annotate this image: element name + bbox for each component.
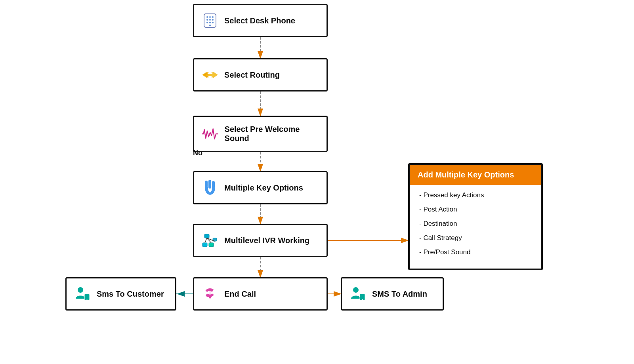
svg-line-40 <box>205 238 207 243</box>
end-call-icon <box>202 286 218 301</box>
pre-welcome-label: Select Pre Welcome Sound <box>225 125 319 143</box>
node-multi-key[interactable]: Multiple Key Options <box>193 171 328 204</box>
multi-key-label: Multiple Key Options <box>224 183 303 192</box>
node-desk-phone[interactable]: Select Desk Phone <box>193 4 328 37</box>
node-pre-welcome[interactable]: Select Pre Welcome Sound <box>193 116 328 152</box>
svg-point-27 <box>209 22 211 23</box>
svg-rect-33 <box>205 181 208 188</box>
svg-rect-34 <box>208 180 211 189</box>
info-item-5: - Pre/Post Sound <box>419 248 532 256</box>
info-item-1: - Pressed key Actions <box>419 191 532 199</box>
info-card: Add Multiple Key Options - Pressed key A… <box>408 163 543 270</box>
svg-rect-37 <box>202 243 207 247</box>
info-item-2: - Post Action <box>419 206 532 213</box>
node-end-call[interactable]: End Call <box>193 277 328 311</box>
svg-rect-38 <box>209 243 214 247</box>
flow-container: Select Desk Phone Select Routing <box>0 0 634 364</box>
sms-admin-icon <box>350 286 366 302</box>
svg-point-26 <box>206 22 208 23</box>
info-card-body: - Pressed key Actions - Post Action - De… <box>410 185 541 263</box>
svg-point-49 <box>353 287 359 293</box>
multi-key-icon <box>202 179 218 196</box>
desk-phone-label: Select Desk Phone <box>224 16 295 25</box>
routing-label: Select Routing <box>224 71 280 80</box>
sound-icon <box>202 128 218 140</box>
desk-phone-icon <box>202 13 218 28</box>
svg-marker-45 <box>208 297 212 299</box>
svg-point-28 <box>212 22 214 23</box>
sms-admin-label: SMS To Admin <box>372 290 427 299</box>
svg-point-22 <box>212 16 214 18</box>
svg-point-29 <box>209 25 211 26</box>
node-sms-customer[interactable]: Sms To Customer <box>65 277 176 311</box>
info-card-header: Add Multiple Key Options <box>410 165 541 185</box>
node-multilevel-ivr[interactable]: Multilevel IVR Working <box>193 224 328 257</box>
node-sms-admin[interactable]: SMS To Admin <box>341 277 444 311</box>
svg-point-46 <box>78 287 83 293</box>
svg-point-21 <box>209 16 211 18</box>
routing-icon <box>202 69 218 80</box>
node-routing[interactable]: Select Routing <box>193 58 328 91</box>
svg-point-23 <box>206 19 208 21</box>
sms-customer-icon <box>74 286 90 302</box>
no-label: No <box>193 149 202 157</box>
info-item-3: - Destination <box>419 220 532 228</box>
ivr-label: Multilevel IVR Working <box>224 236 309 245</box>
svg-point-48 <box>87 299 88 300</box>
svg-point-20 <box>206 16 208 18</box>
end-call-label: End Call <box>224 290 256 299</box>
info-item-4: - Call Strategy <box>419 234 532 242</box>
svg-rect-36 <box>204 234 209 238</box>
ivr-icon <box>202 233 218 248</box>
sms-customer-label: Sms To Customer <box>97 290 164 299</box>
svg-point-51 <box>362 299 363 300</box>
svg-point-24 <box>209 19 211 21</box>
svg-point-25 <box>212 19 214 21</box>
